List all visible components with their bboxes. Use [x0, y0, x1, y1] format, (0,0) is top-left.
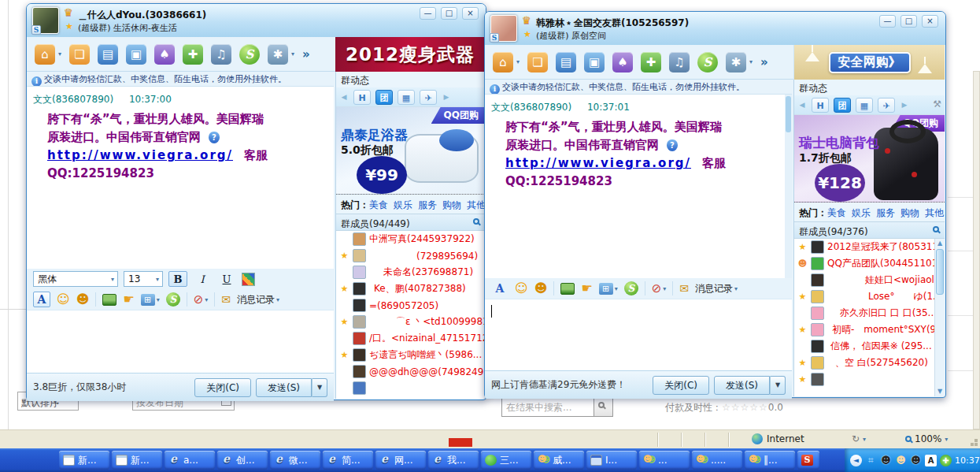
more-tools-icon[interactable]: » — [760, 55, 768, 69]
sidebar-tab[interactable]: ✈ — [878, 98, 895, 113]
scroll-up-icon[interactable]: ▲ — [935, 239, 945, 248]
screen-capture-icon[interactable]: ⊞ — [599, 283, 613, 295]
chevron-down-icon[interactable]: ▾ — [205, 296, 208, 303]
footer-promo-text[interactable]: 网上订肯德基满29元免外送费！ — [491, 378, 648, 392]
share-folder-icon[interactable]: ❏ — [69, 44, 90, 65]
search-button[interactable] — [594, 399, 612, 416]
block-message-icon[interactable]: ⊘ — [652, 283, 662, 295]
font-family-select[interactable]: 黑体▾ — [33, 271, 118, 287]
screen-capture-icon[interactable]: ⊞ — [141, 294, 155, 306]
maximize-button[interactable]: □ — [441, 7, 457, 20]
magic-emoticon-icon[interactable]: ☻ — [534, 282, 548, 295]
sidebar-tab[interactable]: H — [353, 90, 371, 105]
qq-show-icon[interactable]: S — [166, 292, 180, 307]
hot-link[interactable]: 购物 — [442, 199, 461, 210]
taskbar-button[interactable]: ..... — [692, 451, 742, 470]
member-list[interactable]: 中洲写真(2445937922) ★ (729895694) 未命名(23769… — [336, 231, 485, 399]
shake-window-icon[interactable]: ☛ — [123, 293, 134, 306]
search-input[interactable]: 在结果中搜索... — [502, 401, 594, 414]
message-history-icon[interactable]: ✉ — [679, 283, 689, 294]
close-icon[interactable]: × — [462, 7, 479, 20]
send-button[interactable]: 发送(S) — [714, 376, 770, 395]
settings-icon[interactable]: ✱ — [268, 44, 288, 65]
shake-window-icon[interactable]: ☛ — [581, 282, 592, 295]
sidebar-tab[interactable]: ▶ — [442, 90, 451, 105]
scroll-thumb[interactable] — [936, 249, 944, 295]
send-options-arrow[interactable]: ▼ — [770, 376, 786, 395]
member-row[interactable]: 亦久亦旧口 口 口(35... — [794, 305, 945, 321]
member-row[interactable]: 娃娃口<wojiaol... — [794, 272, 945, 288]
member-row[interactable]: ☻ QQ产品团队(304451101) — [794, 255, 945, 272]
message-input[interactable] — [485, 299, 792, 370]
taskbar-button[interactable]: 新... — [59, 451, 109, 470]
chevron-down-icon[interactable]: ▾ — [157, 296, 160, 303]
scroll-down-icon[interactable]: ▼ — [935, 387, 945, 396]
hot-link[interactable]: 其他 — [925, 207, 944, 218]
share-folder-icon[interactable]: ❏ — [527, 52, 548, 72]
tray-collapse-icon[interactable]: ◄ — [850, 455, 862, 466]
qzone-icon[interactable]: S — [697, 52, 718, 72]
results-search-box[interactable]: 在结果中搜索... — [501, 398, 613, 417]
font-panel-button[interactable]: A — [33, 292, 50, 307]
chat-message-area[interactable]: 文文(836807890) 10:37:00 胯下有“杀”气，重壮男人雄风。美国… — [27, 86, 334, 269]
group-album-icon[interactable]: ▤ — [556, 52, 576, 72]
settings-icon[interactable]: ✱ — [726, 52, 746, 72]
create-chat-icon[interactable]: ✚ — [183, 44, 203, 65]
taskbar-button[interactable]: 创... — [217, 451, 268, 470]
emoticon-icon[interactable]: ☺ — [515, 282, 528, 295]
window-titlebar[interactable]: S ♛ ＿什么人dYou.(30386661) ★ (超级群) 生活休闲-夜生活… — [27, 4, 486, 37]
chevron-down-icon[interactable]: ▾ — [291, 50, 294, 58]
video-icon[interactable]: ▣ — [126, 44, 146, 65]
member-row[interactable]: ★ 、空 白(527545620) — [794, 355, 945, 371]
message-history-label[interactable]: 消息记录 — [237, 293, 275, 307]
taskbar-button[interactable]: 网... — [375, 451, 426, 470]
window-titlebar[interactable]: S ♛ 韩雅林﹡全国交友群(105256597) ★ (超级群) 原创空间 — … — [485, 12, 945, 45]
hot-link[interactable]: 其他 — [467, 199, 485, 210]
member-row[interactable]: ★ (729895694) — [336, 247, 485, 264]
banner-ad[interactable]: 2012瘦身武器 — [335, 37, 485, 72]
taskbar-button[interactable]: ... — [639, 451, 690, 470]
member-row[interactable]: /口。<nizainal_47151712... — [336, 330, 485, 347]
member-row[interactable]: ★ Lose° ゆ(1... — [794, 288, 945, 305]
taskbar-button[interactable]: I... — [586, 451, 637, 470]
hot-link[interactable]: 美食 — [827, 207, 846, 218]
member-row[interactable]: 信佛， 信因果※ (295... — [794, 338, 945, 355]
home-icon[interactable]: ⌂ — [493, 52, 513, 72]
taskbar-button[interactable]: 我... — [428, 451, 479, 470]
sidebar-tab[interactable]: ▶ — [900, 98, 909, 113]
protected-mode-control[interactable]: ↻▾ — [852, 433, 866, 444]
security-tray-icon[interactable]: ✚ — [940, 455, 952, 466]
sidebar-tab[interactable]: 团 — [834, 98, 851, 113]
more-tools-icon[interactable]: » — [302, 47, 310, 61]
bold-button[interactable]: B — [168, 271, 187, 287]
taskbar-button[interactable]: a... — [165, 451, 215, 470]
voice-chat-icon[interactable]: ♫ — [669, 52, 690, 72]
minimize-button[interactable]: — — [879, 15, 896, 28]
browser-scrollbar[interactable] — [973, 71, 980, 429]
message-link[interactable]: http://www.viegra.org/ — [47, 148, 233, 162]
input-method-icon[interactable]: A — [925, 455, 937, 466]
member-row[interactable]: ★ Ke、鹏(407827388) — [336, 281, 485, 297]
font-panel-button[interactable]: A — [491, 281, 508, 296]
chevron-down-icon[interactable]: ▾ — [663, 285, 666, 292]
game-icon[interactable]: ♠ — [612, 52, 633, 72]
send-button[interactable]: 发送(S) — [256, 378, 312, 397]
member-row[interactable]: 中洲写真(2445937922) — [336, 231, 485, 247]
hot-link[interactable]: 服务 — [418, 199, 437, 210]
sidebar-tab[interactable]: ▦ — [398, 90, 415, 105]
sidebar-tab[interactable]: ▦ — [856, 98, 873, 113]
close-chat-button[interactable]: 关闭(C) — [194, 378, 251, 397]
voice-chat-icon[interactable]: ♫ — [211, 44, 231, 65]
member-row[interactable]: ★ ぢ遗言ぢ呐噌經丶(5986... — [336, 347, 485, 363]
underline-button[interactable]: U — [217, 271, 236, 287]
group-album-icon[interactable]: ▤ — [98, 44, 118, 65]
group-avatar[interactable]: S — [490, 15, 517, 42]
member-row[interactable]: @@@dh@@@(749824912) — [336, 363, 485, 380]
member-row[interactable]: =(869057205) — [336, 297, 485, 314]
video-icon[interactable]: ▣ — [584, 52, 605, 72]
chevron-down-icon[interactable]: ▾ — [749, 58, 753, 65]
tray-clock[interactable]: 10:37 — [955, 455, 980, 466]
taskbar-button[interactable]: 三... — [481, 451, 531, 470]
message-history-label[interactable]: 消息记录 — [695, 282, 733, 295]
message-input[interactable] — [27, 310, 334, 373]
